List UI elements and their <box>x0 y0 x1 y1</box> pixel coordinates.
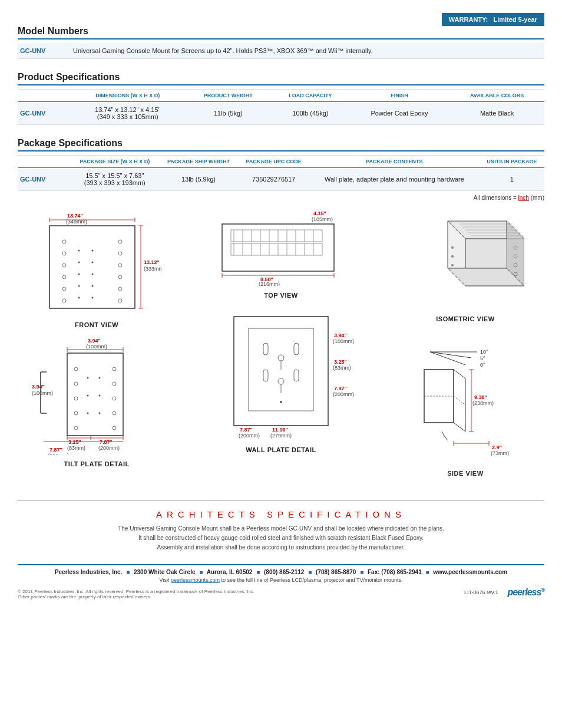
warranty-banner: WARRANTY: Limited 5-year <box>442 13 544 26</box>
svg-text:10°: 10° <box>480 349 488 355</box>
svg-line-146 <box>454 370 465 378</box>
front-view-drawing: 13.74" (349mm) <box>32 209 161 328</box>
svg-line-150 <box>454 396 465 405</box>
svg-point-19 <box>92 250 94 252</box>
svg-text:7.87": 7.87" <box>334 386 347 391</box>
right-drawings-col: ISOMETRIC VIEW 10° 5° 0° <box>386 209 544 477</box>
svg-point-13 <box>118 252 122 255</box>
svg-text:(100mm): (100mm) <box>86 344 107 350</box>
tilt-plate-svg: 3.94" (100mm) 3.94" (100mm) <box>32 337 161 454</box>
svg-rect-101 <box>234 317 328 426</box>
pkg-size: 15.5" x 15.5" x 7.63" (393 x 393 x 193mm… <box>71 168 159 191</box>
svg-text:(105mm): (105mm) <box>312 216 333 222</box>
package-specs-table: PACKAGE SIZE (W x H x D) PACKAGE SHIP WE… <box>18 155 544 191</box>
col-header-weight: PRODUCT WEIGHT <box>184 90 271 102</box>
svg-text:3.94": 3.94" <box>88 338 101 344</box>
svg-text:(238mm): (238mm) <box>472 400 494 406</box>
svg-text:(216mm): (216mm) <box>259 281 280 286</box>
top-view-label: TOP VIEW <box>204 292 358 299</box>
svg-rect-105 <box>294 343 299 355</box>
separator-icon: ■ <box>360 569 363 575</box>
separator-icon: ■ <box>308 569 312 575</box>
svg-text:3.25": 3.25" <box>334 359 347 365</box>
dimensions-note: All dimensions = inch (mm) <box>18 195 544 201</box>
svg-text:(200mm): (200mm) <box>333 391 354 397</box>
top-view-drawing: 4.15" (105mm) <box>204 209 358 299</box>
svg-point-48 <box>74 426 78 430</box>
svg-point-7 <box>62 252 66 255</box>
svg-text:5°: 5° <box>480 355 485 361</box>
top-view-svg: 4.15" (105mm) <box>204 209 358 286</box>
pkg-col-units: UNITS IN PACKAGE <box>480 156 544 168</box>
separator-icon: ■ <box>256 569 260 575</box>
svg-text:2.9": 2.9" <box>492 444 502 450</box>
svg-point-59 <box>99 413 101 414</box>
svg-text:3.25": 3.25" <box>68 439 81 445</box>
svg-text:3.94": 3.94" <box>32 384 45 390</box>
svg-text:(333mm): (333mm) <box>144 266 161 272</box>
svg-point-17 <box>118 299 122 302</box>
footer-main-line: Peerless Industries, Inc. ■ 2300 White O… <box>18 569 544 575</box>
svg-point-107 <box>278 355 284 361</box>
svg-point-56 <box>87 395 89 397</box>
svg-point-20 <box>78 262 80 263</box>
svg-rect-43 <box>67 353 123 436</box>
left-drawings-col: 13.74" (349mm) <box>18 209 176 467</box>
model-description: Universal Gaming Console Mount for Scree… <box>71 43 544 59</box>
svg-rect-84 <box>231 230 322 242</box>
svg-point-111 <box>280 401 282 403</box>
svg-point-9 <box>62 275 66 279</box>
svg-line-140 <box>430 352 471 358</box>
table-row: GC-UNV 13.74" x 13.12" x 4.15" (349 x 33… <box>18 102 544 125</box>
side-view-svg: 10° 5° 0° 9. <box>406 334 524 464</box>
architects-title: ARCHITECTS SPECIFICATIONS <box>18 509 544 519</box>
pkg-shipwt: 13lb (5.9kg) <box>159 168 239 191</box>
svg-point-16 <box>118 287 122 291</box>
svg-point-45 <box>74 382 78 386</box>
svg-rect-104 <box>263 370 268 381</box>
warranty-label: WARRANTY: <box>449 16 488 23</box>
svg-text:(100mm): (100mm) <box>32 390 53 396</box>
svg-point-53 <box>113 426 116 430</box>
footer-bottom: © 2011 Peerless Industries, Inc. All rig… <box>18 585 544 599</box>
inch-underline: inch <box>518 195 529 201</box>
svg-text:9.38": 9.38" <box>474 394 487 400</box>
architects-section: ARCHITECTS SPECIFICATIONS The Universal … <box>18 500 544 552</box>
svg-point-57 <box>99 395 101 397</box>
pkg-col-size: PACKAGE SIZE (W x H x D) <box>71 156 159 168</box>
svg-text:7.87": 7.87" <box>49 447 62 453</box>
side-view-label: SIDE VIEW <box>406 470 524 477</box>
front-view-svg: 13.74" (349mm) <box>32 209 161 315</box>
prod-finish: Powder Coat Epoxy <box>349 102 450 125</box>
svg-point-12 <box>118 240 122 243</box>
svg-point-52 <box>113 411 116 415</box>
svg-point-8 <box>62 263 66 267</box>
svg-rect-5 <box>49 226 135 308</box>
svg-point-137 <box>451 255 454 258</box>
prod-id: GC-UNV <box>18 102 71 125</box>
col-header-load: LOAD CAPACITY <box>272 90 349 102</box>
center-drawings-col: 4.15" (105mm) <box>189 209 373 453</box>
svg-point-44 <box>74 367 78 371</box>
pkg-units: 1 <box>480 168 544 191</box>
svg-point-6 <box>62 240 66 243</box>
wall-plate-drawing: 3.94" (100mm) 3.25" (83mm) 7.87" (200mm)… <box>204 311 358 453</box>
svg-line-141 <box>430 352 465 365</box>
footer-link[interactable]: peerlessmounts.com <box>171 577 220 583</box>
svg-rect-106 <box>294 370 299 381</box>
svg-text:(100mm): (100mm) <box>333 338 354 344</box>
svg-text:0°: 0° <box>480 362 485 368</box>
svg-line-147 <box>454 423 465 431</box>
svg-point-14 <box>118 263 122 267</box>
separator-icon: ■ <box>426 569 429 575</box>
footer: Peerless Industries, Inc. ■ 2300 White O… <box>18 564 544 599</box>
svg-point-25 <box>92 285 94 287</box>
svg-point-10 <box>62 287 66 291</box>
svg-text:7.87": 7.87" <box>100 439 113 445</box>
separator-icon: ■ <box>199 569 203 575</box>
wall-plate-svg: 3.94" (100mm) 3.25" (83mm) 7.87" (200mm)… <box>204 311 358 440</box>
pkg-col-upc: PACKAGE UPC CODE <box>238 156 309 168</box>
svg-point-15 <box>118 275 122 279</box>
svg-text:3.94": 3.94" <box>334 332 347 338</box>
tilt-plate-drawing: 3.94" (100mm) 3.94" (100mm) <box>32 337 161 467</box>
